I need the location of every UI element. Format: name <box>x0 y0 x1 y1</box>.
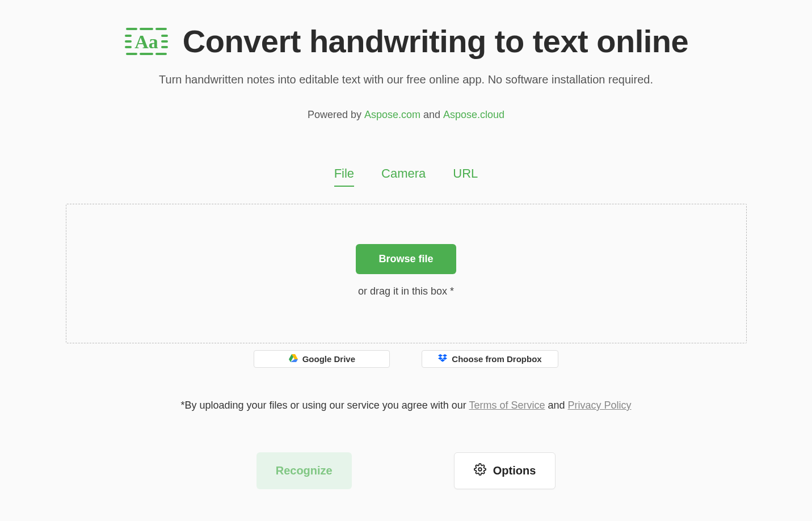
google-drive-button[interactable]: Google Drive <box>254 350 390 368</box>
tab-camera[interactable]: Camera <box>381 166 426 187</box>
dropbox-icon <box>438 354 447 364</box>
ocr-logo-icon: Aa <box>124 24 169 58</box>
aspose-cloud-link[interactable]: Aspose.cloud <box>443 109 504 120</box>
page-subtitle: Turn handwritten notes into editable tex… <box>43 73 769 86</box>
dropbox-button[interactable]: Choose from Dropbox <box>422 350 558 368</box>
action-row: Recognize Options <box>43 452 769 489</box>
google-drive-icon <box>289 354 298 364</box>
page-title: Convert handwriting to text online <box>183 23 688 60</box>
svg-marker-17 <box>443 354 447 357</box>
options-label: Options <box>493 464 536 477</box>
powered-by: Powered by Aspose.com and Aspose.cloud <box>43 109 769 121</box>
drag-hint: or drag it in this box * <box>78 285 735 297</box>
browse-file-button[interactable]: Browse file <box>356 244 456 274</box>
svg-point-21 <box>478 468 482 471</box>
google-drive-label: Google Drive <box>302 354 355 364</box>
privacy-policy-link[interactable]: Privacy Policy <box>568 400 632 411</box>
svg-text:Aa: Aa <box>134 31 158 52</box>
recognize-button[interactable]: Recognize <box>256 452 352 489</box>
svg-marker-19 <box>443 357 447 360</box>
tab-url[interactable]: URL <box>453 166 478 187</box>
powered-and: and <box>420 109 443 120</box>
svg-marker-18 <box>438 357 443 360</box>
terms-text: *By uploading your files or using our se… <box>43 400 769 411</box>
svg-marker-20 <box>440 359 445 362</box>
terms-of-service-link[interactable]: Terms of Service <box>469 400 545 411</box>
cloud-buttons-row: Google Drive Choose from Dropbox <box>43 350 769 368</box>
header: Aa Convert handwriting to text online Tu… <box>43 23 769 121</box>
powered-prefix: Powered by <box>308 109 364 120</box>
input-tabs: File Camera URL <box>43 166 769 187</box>
svg-marker-16 <box>438 354 443 357</box>
terms-prefix: *By uploading your files or using our se… <box>180 400 469 411</box>
dropbox-label: Choose from Dropbox <box>452 354 541 364</box>
options-button[interactable]: Options <box>454 452 556 489</box>
gear-icon <box>474 463 486 478</box>
file-dropzone[interactable]: Browse file or drag it in this box * <box>66 204 747 343</box>
aspose-com-link[interactable]: Aspose.com <box>364 109 420 120</box>
terms-and: and <box>545 400 567 411</box>
tab-file[interactable]: File <box>334 166 354 187</box>
